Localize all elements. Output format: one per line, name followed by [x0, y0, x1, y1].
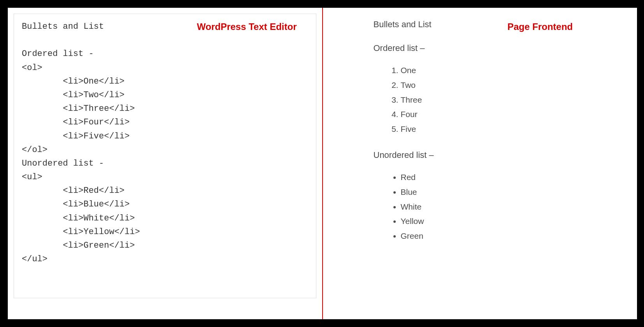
ordered-list-heading: Ordered list –	[374, 43, 583, 53]
list-item: One	[401, 63, 583, 78]
list-item: White	[401, 199, 583, 214]
editor-panel-label: WordPress Text Editor	[197, 21, 297, 32]
editor-panel: WordPress Text Editor Bullets and List O…	[8, 8, 322, 319]
frontend-panel-label: Page Frontend	[507, 21, 573, 32]
list-item: Three	[401, 93, 583, 107]
list-item: Blue	[401, 185, 583, 199]
ordered-list: One Two Three Four Five	[374, 63, 583, 136]
list-item: Yellow	[401, 214, 583, 229]
list-item: Two	[401, 78, 583, 93]
list-item: Green	[401, 229, 583, 243]
unordered-list-heading: Unordered list –	[374, 150, 583, 160]
list-item: Five	[401, 122, 583, 136]
list-item: Four	[401, 107, 583, 122]
unordered-list: Red Blue White Yellow Green	[374, 170, 583, 243]
frontend-panel: Page Frontend Bullets and List Ordered l…	[323, 8, 637, 319]
split-view: WordPress Text Editor Bullets and List O…	[8, 8, 636, 319]
list-item: Red	[401, 170, 583, 185]
text-editor[interactable]: Bullets and List Ordered list - <ol> <li…	[14, 14, 316, 298]
